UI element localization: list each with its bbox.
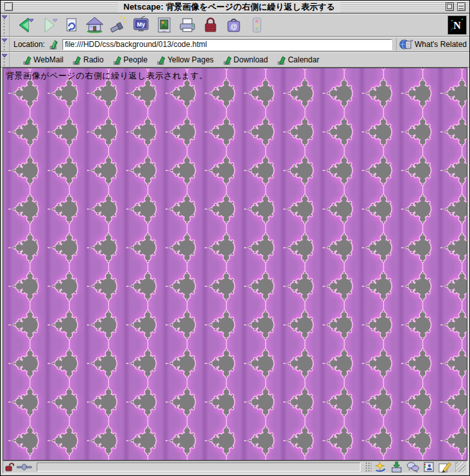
page-body-text: 背景画像がページの右側に繰り返し表示されます。 — [6, 70, 208, 82]
address-book-icon — [422, 461, 435, 473]
netscape-throbber[interactable]: N — [447, 15, 467, 35]
discussions-button[interactable] — [406, 461, 420, 473]
print-button[interactable] — [176, 15, 199, 35]
navigation-toolbar: My — [1, 14, 469, 37]
reload-button[interactable] — [60, 15, 83, 35]
stop-button[interactable] — [245, 15, 268, 35]
bookmark-label: WebMail — [33, 55, 63, 64]
bookmark-label: People — [124, 55, 147, 64]
location-collapse-tab[interactable] — [1, 37, 10, 51]
security-icon — [201, 15, 220, 35]
component-bar-handle[interactable] — [365, 462, 371, 472]
bookmark-label: Radio — [83, 55, 103, 64]
bookmark-item-download[interactable]: Download — [223, 55, 268, 65]
navigator-icon — [374, 461, 387, 473]
svg-text:N: N — [453, 20, 461, 31]
bookmark-ribbon-icon — [223, 55, 232, 65]
back-icon — [15, 15, 35, 35]
collapse-triangle-icon — [2, 39, 8, 43]
collapse-triangle-icon — [2, 54, 8, 59]
personal-toolbar: WebMail Radio People Yellow Pages Downlo… — [1, 52, 469, 68]
svg-text:My: My — [137, 21, 146, 28]
close-box-icon[interactable] — [5, 3, 13, 11]
mailbox-icon — [390, 461, 403, 473]
address-book-button[interactable] — [422, 461, 436, 473]
my-netscape-button[interactable]: My — [129, 15, 153, 35]
progress-plug-icon — [17, 462, 32, 471]
forward-button[interactable] — [37, 15, 60, 35]
toolbar-collapse-tab[interactable] — [1, 14, 10, 36]
composer-icon — [438, 461, 452, 473]
bookmark-ribbon-icon — [113, 55, 122, 65]
home-icon — [85, 15, 104, 35]
location-input[interactable] — [62, 39, 392, 50]
status-message — [37, 462, 361, 471]
composer-button[interactable] — [438, 461, 452, 473]
mailbox-button[interactable] — [390, 461, 404, 473]
collapse-box-icon[interactable] — [457, 3, 465, 11]
discussions-icon — [406, 461, 419, 473]
bookmark-ribbon-icon — [156, 55, 165, 65]
window-title: Netscape: 背景画像をページの右側に繰り返し表示する — [118, 1, 341, 13]
search-button[interactable] — [106, 15, 129, 35]
location-label: Location: — [14, 40, 45, 49]
back-button[interactable] — [14, 15, 37, 35]
bookmark-item-yellow-pages[interactable]: Yellow Pages — [156, 55, 214, 65]
browser-viewport: 背景画像がページの右側に繰り返し表示されます。 — [3, 68, 467, 461]
navigator-button[interactable] — [373, 461, 388, 473]
fractal-tile-background — [3, 68, 467, 460]
status-bar — [3, 461, 467, 473]
shop-icon: @ — [224, 15, 243, 35]
search-icon — [108, 15, 127, 35]
zoom-box-icon[interactable] — [446, 3, 454, 11]
netscape-n-icon: N — [448, 16, 466, 34]
shop-button[interactable]: @ — [222, 15, 245, 35]
collapse-triangle-icon — [2, 15, 8, 20]
stop-icon — [247, 15, 267, 35]
whats-related-button[interactable]: What's Related — [396, 37, 467, 51]
bookmark-icon[interactable] — [49, 39, 59, 50]
bookmark-label: Download — [234, 55, 268, 64]
print-icon — [178, 15, 197, 35]
svg-text:@: @ — [230, 23, 238, 30]
bookmark-label: Yellow Pages — [167, 55, 214, 64]
bookmark-item-webmail[interactable]: WebMail — [23, 55, 63, 65]
bookmark-label: Calendar — [288, 55, 319, 64]
whats-related-globe-icon — [399, 39, 413, 50]
reload-icon — [62, 15, 81, 35]
security-button[interactable] — [199, 15, 222, 35]
forward-icon — [39, 15, 58, 35]
bookmark-ribbon-icon — [23, 55, 32, 65]
bookmark-item-calendar[interactable]: Calendar — [277, 55, 319, 65]
netscape-window: Netscape: 背景画像をページの右側に繰り返し表示する — [0, 0, 470, 476]
bookmark-item-radio[interactable]: Radio — [72, 55, 103, 65]
home-button[interactable] — [83, 15, 106, 35]
resize-grip[interactable] — [455, 462, 465, 472]
bookmark-ribbon-icon — [72, 55, 81, 65]
lock-open-icon[interactable] — [5, 462, 15, 472]
my-netscape-icon: My — [131, 15, 151, 35]
whats-related-label: What's Related — [415, 40, 467, 49]
title-bar[interactable]: Netscape: 背景画像をページの右側に繰り返し表示する — [1, 1, 469, 14]
images-button[interactable] — [153, 15, 176, 35]
images-icon — [155, 15, 174, 35]
bookmark-item-people[interactable]: People — [113, 55, 147, 65]
bookmark-ribbon-icon — [277, 55, 286, 65]
personal-collapse-tab[interactable] — [1, 53, 10, 67]
location-toolbar: Location: What's Related — [1, 37, 469, 52]
